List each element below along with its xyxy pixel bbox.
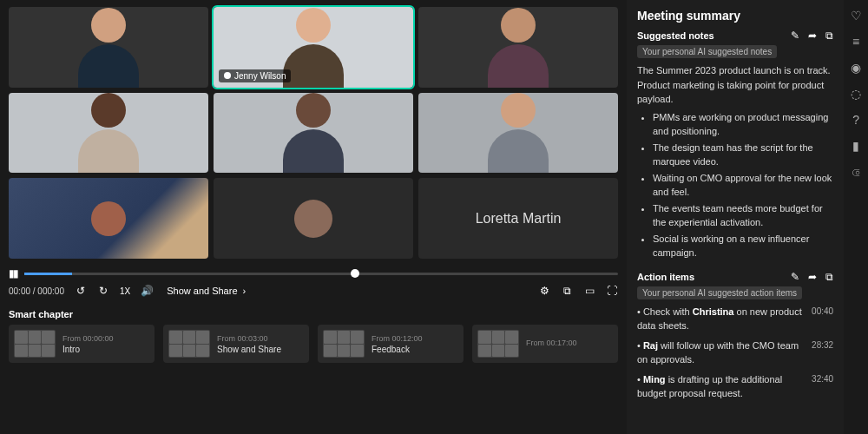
video-tile[interactable] — [418, 93, 618, 174]
chapter-from: From 00:17:00 — [526, 339, 577, 347]
participant-name: Loretta Martin — [476, 211, 562, 227]
list-icon[interactable]: ≡ — [852, 35, 859, 49]
copy-icon[interactable]: ⧉ — [825, 30, 833, 42]
bookmark-icon[interactable]: ⟃ — [852, 165, 859, 179]
main-area: Jenny Wilson Loretta Martin ▮▮ 00:00 / 0… — [0, 0, 627, 434]
chapter-chip[interactable]: From 00:00:00Intro — [9, 325, 155, 363]
mic-icon — [224, 72, 231, 79]
volume-button[interactable]: 🔊 — [141, 285, 153, 297]
video-tile-avatar[interactable] — [9, 178, 208, 259]
name-tag: Jenny Wilson — [219, 69, 291, 82]
time-display: 00:00 / 000:00 — [9, 286, 64, 296]
action-item: • Ming is drafting up the additional bud… — [637, 372, 833, 401]
video-tile-avatar[interactable] — [214, 178, 413, 259]
help-icon[interactable]: ? — [852, 113, 859, 127]
chapter-chip[interactable]: From 00:17:00 — [472, 325, 618, 363]
stats-icon[interactable]: ▮ — [852, 139, 859, 153]
right-rail: ♡ ≡ ◉ ◌ ? ▮ ⟃ — [844, 0, 868, 434]
action-timestamp[interactable]: 28:32 — [812, 339, 833, 367]
actions-heading: Action items — [637, 272, 694, 282]
chapter-name: Intro — [62, 345, 114, 354]
fullscreen-button[interactable]: ⛶ — [606, 285, 618, 297]
video-grid: Jenny Wilson Loretta Martin — [9, 7, 618, 259]
notes-paragraph: The Summer 2023 product launch is on tra… — [637, 63, 833, 107]
chapter-name: Feedback — [372, 345, 423, 354]
chapter-thumbnail — [14, 330, 56, 358]
chapter-thumbnail — [323, 330, 365, 358]
chapter-thumbnail — [168, 330, 210, 358]
note-bullet: Waiting on CMO approval for the new look… — [653, 171, 833, 200]
people-icon[interactable]: ◉ — [851, 61, 861, 75]
player-controls: ▮▮ 00:00 / 000:00 ↺ ↻ 1X 🔊 Show and Shar… — [9, 267, 618, 297]
chapter-chip[interactable]: From 00:12:00Feedback — [318, 325, 464, 363]
seek-slider[interactable] — [24, 273, 618, 275]
chapter-from: From 00:12:00 — [372, 334, 423, 343]
pip-button[interactable]: ▭ — [583, 285, 595, 297]
video-tile-active[interactable]: Jenny Wilson — [214, 7, 413, 88]
lightbulb-icon[interactable]: ♡ — [851, 9, 862, 23]
avatar — [91, 201, 126, 236]
chat-icon[interactable]: ◌ — [851, 87, 861, 101]
chapter-from: From 00:03:00 — [217, 334, 281, 343]
chapter-from: From 00:00:00 — [62, 334, 114, 343]
smart-chapters: Smart chapter From 00:00:00IntroFrom 00:… — [9, 309, 618, 363]
avatar — [294, 200, 332, 238]
segment-label[interactable]: Show and Share› — [167, 286, 246, 296]
share-icon[interactable]: ➦ — [808, 271, 817, 283]
action-timestamp[interactable]: 00:40 — [812, 305, 833, 333]
chapters-heading: Smart chapter — [9, 309, 618, 319]
video-tile[interactable] — [418, 7, 618, 88]
note-bullet: PMMs are working on product messaging an… — [653, 110, 833, 139]
video-tile-name-only[interactable]: Loretta Martin — [418, 178, 618, 259]
action-item: • Raj will follow up with the CMO team o… — [637, 339, 833, 367]
note-bullet: The design team has the script for the m… — [653, 141, 833, 169]
video-tile[interactable] — [9, 7, 208, 88]
video-tile[interactable] — [214, 93, 413, 174]
share-icon[interactable]: ➦ — [808, 30, 817, 42]
summary-title: Meeting summary — [637, 9, 740, 23]
settings-button[interactable]: ⚙ — [538, 285, 550, 297]
speed-button[interactable]: 1X — [120, 286, 130, 296]
action-item: • Check with Christina on new product da… — [637, 305, 833, 333]
chapter-chip[interactable]: From 00:03:00Show and Share — [163, 325, 309, 363]
action-items-list: • Check with Christina on new product da… — [637, 305, 833, 401]
forward-button[interactable]: ↻ — [97, 285, 109, 297]
pause-button[interactable]: ▮▮ — [9, 267, 17, 279]
caption-button[interactable]: ⧉ — [561, 285, 573, 297]
note-bullet: Social is working on a new influencer ca… — [653, 232, 833, 260]
edit-icon[interactable]: ✎ — [791, 271, 799, 283]
ai-actions-badge: Your personal AI suggested action items — [637, 286, 802, 299]
edit-icon[interactable]: ✎ — [791, 30, 799, 42]
copy-icon[interactable]: ⧉ — [825, 271, 833, 283]
chapter-thumbnail — [477, 330, 519, 358]
rewind-button[interactable]: ↺ — [75, 285, 87, 297]
action-timestamp[interactable]: 32:40 — [812, 372, 833, 401]
app-window: Jenny Wilson Loretta Martin ▮▮ 00:00 / 0… — [0, 0, 868, 434]
summary-panel: Meeting summary Suggested notes ✎➦⧉ Your… — [627, 0, 844, 434]
video-tile[interactable] — [9, 93, 208, 174]
notes-list: PMMs are working on product messaging an… — [637, 110, 833, 260]
notes-heading: Suggested notes — [637, 30, 714, 41]
chevron-right-icon: › — [243, 286, 247, 296]
chapter-name: Show and Share — [217, 345, 281, 354]
note-bullet: The events team needs more budget for th… — [653, 201, 833, 230]
ai-notes-badge: Your personal AI suggested notes — [637, 45, 777, 58]
timeline-row: ▮▮ — [9, 267, 618, 279]
